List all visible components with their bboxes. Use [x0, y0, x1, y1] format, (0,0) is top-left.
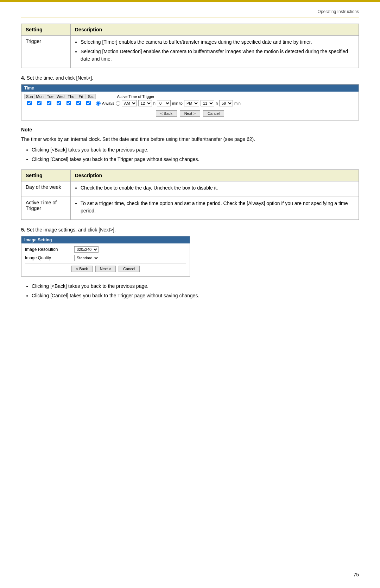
min-label: min	[234, 101, 241, 105]
active-time-bullet: To set a trigger time, check the time op…	[81, 200, 354, 215]
day-checkboxes	[24, 101, 93, 106]
day-of-week-desc: Check the box to enable the day. Uncheck…	[71, 181, 359, 197]
table2-col1-header: Setting	[21, 170, 71, 181]
h-label2: h	[216, 101, 218, 105]
day-fri: Fri	[76, 94, 86, 99]
active-time-label: Active Time of Trigger	[117, 94, 154, 99]
step5-text: Set the image settings, and click [Next>…	[27, 227, 116, 233]
quality-row: Image Quality Standard High Low	[25, 255, 186, 261]
always-label: Always	[102, 101, 114, 105]
note2-list: Clicking [<Back] takes you back to the p…	[21, 282, 359, 299]
time-widget-title: Time	[21, 85, 359, 92]
time-widget-inner: Sun Mon Tue Wed Thu Fri Sat Active Time …	[21, 92, 359, 120]
table-row: Trigger Selecting [Timer] enables the ca…	[21, 36, 359, 68]
table2: Setting Description Day of the week Chec…	[21, 169, 359, 220]
page-number: 75	[353, 572, 359, 577]
min-to-label: min to	[172, 101, 183, 105]
note2-bullet-1: Clicking [<Back] takes you back to the p…	[32, 282, 359, 290]
image-widget-inner: Image Resolution 320x240 640x480 160x120…	[21, 243, 190, 276]
operating-instructions-label: Operating Instructions	[318, 9, 359, 14]
day-of-week-setting: Day of the week	[21, 181, 71, 197]
checkbox-fri[interactable]	[76, 101, 81, 105]
table1-col2-header: Description	[71, 24, 359, 36]
days-header-row: Sun Mon Tue Wed Thu Fri Sat Active Time …	[24, 94, 356, 99]
table-row: Active Time of Trigger To set a trigger …	[21, 197, 359, 220]
table-row: Day of the week Check the box to enable …	[21, 181, 359, 197]
image-back-button[interactable]: < Back	[71, 266, 93, 272]
days-labels: Sun Mon Tue Wed Thu Fri Sat	[24, 94, 96, 99]
time-next-button[interactable]: Next >	[180, 110, 200, 117]
step4-text: Set the time, and click [Next>].	[27, 75, 93, 81]
am-select[interactable]: AM PM	[122, 100, 137, 106]
note-section: Note The timer works by an internal cloc…	[21, 127, 359, 163]
h-label1: h	[153, 101, 156, 105]
time-widget-buttons: < Back Next > Cancel	[24, 108, 356, 118]
header-line: Operating Instructions	[21, 9, 359, 14]
note-list: Clicking [<Back] takes you back to the p…	[21, 146, 359, 163]
note-title: Note	[21, 127, 359, 132]
image-setting-widget: Image Setting Image Resolution 320x240 6…	[21, 236, 190, 277]
table2-col2-header: Description	[71, 170, 359, 181]
step4-intro: 4. Set the time, and click [Next>].	[21, 75, 359, 81]
day-sun: Sun	[24, 94, 35, 99]
min-select-from[interactable]: 0153045	[157, 100, 171, 106]
note-para: The timer works by an internal clock. Se…	[21, 135, 359, 143]
image-next-button[interactable]: Next >	[95, 266, 116, 272]
pm-select[interactable]: PM AM	[184, 100, 199, 106]
divider-line	[21, 18, 359, 18]
day-mon: Mon	[35, 94, 45, 99]
time-options: Always AM PM 12123 h 0153045 min to	[96, 100, 241, 106]
resolution-row: Image Resolution 320x240 640x480 160x120	[25, 246, 186, 253]
checkbox-tue[interactable]	[47, 101, 51, 105]
hour-select-from[interactable]: 12123	[138, 100, 152, 106]
checkboxes-time-row: Always AM PM 12123 h 0153045 min to	[24, 100, 356, 106]
radio-time[interactable]	[116, 101, 120, 106]
day-tue: Tue	[45, 94, 55, 99]
note-bullet-2: Clicking [Cancel] takes you back to the …	[32, 155, 359, 163]
trigger-bullet-1: Selecting [Timer] enables the camera to …	[81, 38, 354, 46]
image-cancel-button[interactable]: Cancel	[119, 266, 140, 272]
active-time-setting: Active Time of Trigger	[21, 197, 71, 220]
day-sat: Sat	[86, 94, 96, 99]
table1: Setting Description Trigger Selecting [T…	[21, 24, 359, 68]
image-widget-buttons: < Back Next > Cancel	[25, 263, 186, 273]
hour-select-to[interactable]: 11109	[201, 100, 214, 106]
resolution-label: Image Resolution	[25, 247, 74, 252]
trigger-setting: Trigger	[21, 36, 71, 68]
note2-bullet-2: Clicking [Cancel] takes you back to the …	[32, 292, 359, 299]
trigger-bullet-2: Selecting [Motion Detection] enables the…	[81, 48, 354, 63]
checkbox-thu[interactable]	[66, 101, 71, 105]
min-select-to[interactable]: 59453015	[219, 100, 233, 106]
day-of-week-bullet: Check the box to enable the day. Uncheck…	[81, 184, 354, 192]
checkbox-mon[interactable]	[37, 101, 42, 105]
step5-intro: 5. Set the image settings, and click [Ne…	[21, 227, 359, 233]
day-thu: Thu	[66, 94, 76, 99]
step4-number: 4.	[21, 75, 25, 81]
time-cancel-button[interactable]: Cancel	[203, 110, 224, 117]
resolution-select[interactable]: 320x240 640x480 160x120	[74, 246, 99, 253]
trigger-desc: Selecting [Timer] enables the camera to …	[71, 36, 359, 68]
time-widget: Time Sun Mon Tue Wed Thu Fri Sat Active …	[21, 84, 359, 120]
quality-label: Image Quality	[25, 255, 74, 260]
step5-number: 5.	[21, 227, 25, 233]
note-bullet-1: Clicking [<Back] takes you back to the p…	[32, 146, 359, 154]
time-back-button[interactable]: < Back	[156, 110, 177, 117]
table1-col1-header: Setting	[21, 24, 71, 36]
radio-always[interactable]	[96, 101, 101, 106]
checkbox-wed[interactable]	[57, 101, 61, 105]
checkbox-sun[interactable]	[27, 101, 32, 105]
active-time-desc: To set a trigger time, check the time op…	[71, 197, 359, 220]
checkbox-sat[interactable]	[86, 101, 91, 105]
quality-select[interactable]: Standard High Low	[74, 255, 99, 261]
image-widget-title: Image Setting	[21, 236, 190, 243]
day-wed: Wed	[55, 94, 66, 99]
